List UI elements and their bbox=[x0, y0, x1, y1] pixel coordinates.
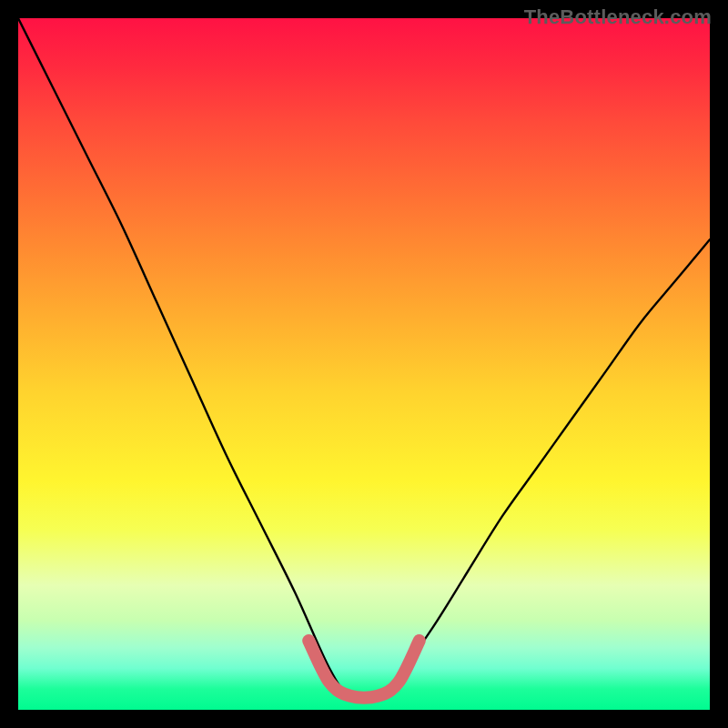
watermark-text: TheBottleneck.com bbox=[524, 5, 712, 29]
gradient-plot-area bbox=[18, 18, 710, 710]
bottleneck-curve bbox=[18, 18, 710, 699]
chart-frame: TheBottleneck.com bbox=[0, 0, 728, 728]
chart-svg bbox=[18, 18, 710, 710]
highlight-segment bbox=[308, 641, 420, 698]
